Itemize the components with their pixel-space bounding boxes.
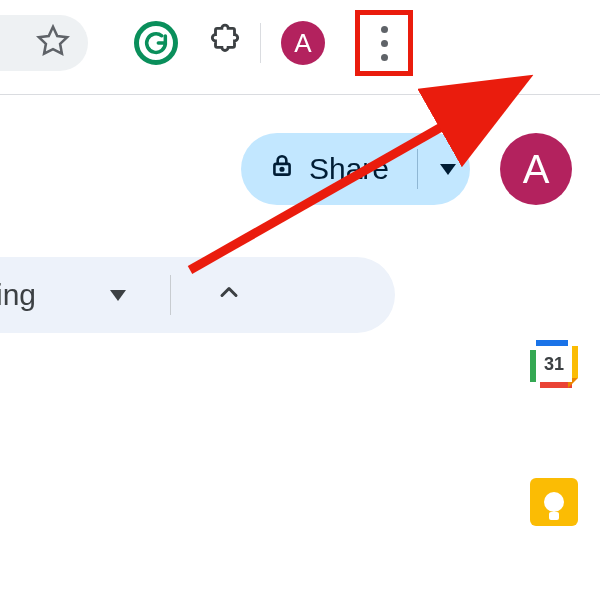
kebab-dot-icon — [381, 26, 388, 33]
avatar-initial: A — [523, 147, 550, 192]
google-calendar-icon[interactable]: 31 — [530, 340, 578, 388]
google-keep-icon[interactable] — [530, 478, 578, 526]
extensions-puzzle-icon[interactable] — [206, 22, 244, 64]
calendar-day-number: 31 — [544, 354, 564, 375]
collapse-chevron-up-icon[interactable] — [215, 278, 243, 313]
side-panel: 31 — [530, 340, 578, 526]
share-button[interactable]: Share — [241, 133, 470, 205]
mode-label: ing — [0, 278, 36, 312]
annotation-highlight-box — [355, 10, 413, 76]
app-header: Share A — [0, 95, 600, 227]
share-separator — [417, 149, 418, 189]
kebab-dot-icon — [381, 54, 388, 61]
pill-separator — [170, 275, 171, 315]
mode-dropdown-caret-icon[interactable] — [110, 290, 126, 301]
grammarly-extension-icon[interactable] — [134, 21, 178, 65]
extensions-group — [134, 21, 244, 65]
browser-toolbar: A — [0, 0, 600, 86]
svg-marker-0 — [39, 27, 67, 54]
account-avatar[interactable]: A — [500, 133, 572, 205]
svg-point-2 — [281, 168, 284, 171]
toolbar-row: ing — [0, 227, 600, 367]
share-dropdown-caret-icon[interactable] — [440, 164, 456, 175]
lock-icon — [269, 152, 295, 186]
chrome-profile-avatar[interactable]: A — [281, 21, 325, 65]
bulb-icon — [544, 492, 564, 512]
share-label: Share — [309, 152, 389, 186]
bookmark-star-icon[interactable] — [36, 24, 70, 62]
omnibox-end — [0, 15, 88, 71]
toolbar-separator — [260, 23, 261, 63]
chrome-menu-button[interactable] — [381, 26, 388, 61]
kebab-dot-icon — [381, 40, 388, 47]
avatar-initial: A — [294, 28, 311, 59]
mode-pill[interactable]: ing — [0, 257, 395, 333]
